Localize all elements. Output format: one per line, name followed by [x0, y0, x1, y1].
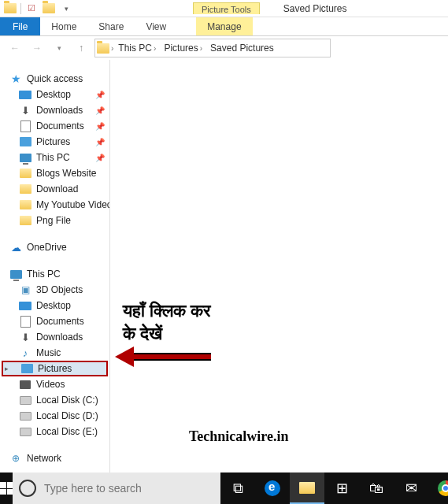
nav-recent-dropdown[interactable]: ▾ — [50, 39, 68, 57]
folder-icon — [19, 167, 31, 180]
start-button[interactable] — [0, 472, 13, 504]
edge-button[interactable] — [255, 472, 290, 504]
tree-label: This PC — [27, 269, 61, 280]
tree-label: Blogs Website — [36, 168, 96, 179]
tree-item-disk-c[interactable]: Local Disk (C:) — [0, 392, 109, 408]
tree-item-documents[interactable]: Documents📌 — [0, 118, 109, 134]
tree-label: This PC — [36, 152, 70, 163]
tree-item-disk-d[interactable]: Local Disc (D:) — [0, 408, 109, 424]
tree-item-music[interactable]: ♪Music — [0, 345, 109, 361]
chevron-right-icon[interactable]: › — [154, 44, 156, 53]
breadcrumb-label: Saved Pictures — [210, 43, 274, 54]
music-icon: ♪ — [19, 346, 31, 359]
tab-home[interactable]: Home — [40, 17, 87, 35]
documents-icon — [19, 315, 31, 328]
tree-item-pictures[interactable]: ▸Pictures — [2, 361, 108, 376]
context-tab-label: Picture Tools — [193, 2, 260, 14]
3d-icon: ▣ — [19, 284, 31, 296]
folder-icon — [19, 198, 31, 211]
content-pane[interactable]: यहाँ क्लिक कर के देखें Technicalwire.in — [110, 60, 448, 472]
tree-item-videos[interactable]: Videos — [0, 376, 109, 392]
mail-button[interactable]: ✉ — [394, 472, 428, 504]
folder-icon — [19, 214, 31, 227]
tree-item-downloads[interactable]: ⬇Downloads📌 — [0, 102, 109, 118]
qat-dropdown-icon[interactable]: ▾ — [59, 2, 73, 16]
tree-label: Pictures — [36, 136, 70, 147]
tree-thispc-root[interactable]: This PC — [0, 266, 109, 282]
chevron-right-icon[interactable]: › — [200, 44, 202, 53]
window-title: Saved Pictures — [283, 3, 347, 14]
tab-view[interactable]: View — [135, 17, 177, 35]
task-view-button[interactable]: ⧉ — [220, 472, 255, 504]
nav-up-button[interactable]: ↑ — [72, 39, 90, 57]
properties-icon[interactable]: ☑ — [24, 2, 39, 16]
folder-icon — [97, 42, 109, 54]
windows-icon — [0, 482, 13, 495]
tree-item-3dobjects[interactable]: ▣3D Objects — [0, 282, 109, 298]
explorer-button[interactable] — [290, 472, 324, 504]
tree-item-pictures[interactable]: Pictures📌 — [0, 134, 109, 150]
tree-network[interactable]: ⊕Network — [0, 450, 109, 466]
cloud-icon: ☁ — [9, 241, 22, 254]
tree-item-folder[interactable]: Png File — [0, 213, 109, 228]
pin-icon: 📌 — [95, 154, 105, 162]
network-icon: ⊕ — [9, 452, 22, 465]
tree-item-desktop[interactable]: Desktop📌 — [0, 87, 109, 102]
tree-item-desktop[interactable]: Desktop — [0, 298, 109, 313]
navigation-pane[interactable]: ★ Quick access Desktop📌 ⬇Downloads📌 Docu… — [0, 60, 110, 472]
pictures-icon — [20, 362, 33, 375]
store-button[interactable]: ⊞ — [324, 472, 359, 504]
search-input[interactable] — [44, 482, 214, 495]
tree-label: Downloads — [36, 332, 83, 343]
tree-item-documents[interactable]: Documents — [0, 313, 109, 329]
tree-label: Quick access — [27, 73, 83, 84]
tree-item-disk-e[interactable]: Local Disc (E:) — [0, 424, 109, 439]
ribbon-tabs: File Home Share View Manage — [0, 17, 448, 36]
cortana-icon — [19, 480, 36, 497]
tree-label: Png File — [36, 215, 71, 226]
tab-share[interactable]: Share — [87, 17, 135, 35]
new-folder-icon[interactable] — [42, 2, 56, 16]
folder-icon — [19, 183, 31, 195]
desktop-icon — [19, 88, 31, 101]
videos-icon — [19, 378, 31, 391]
breadcrumb-seg[interactable]: Saved Pictures — [207, 43, 277, 54]
folder-icon — [299, 482, 315, 494]
tree-item-folder[interactable]: Download — [0, 181, 109, 197]
taskbar-search[interactable] — [13, 472, 220, 504]
edge-icon — [265, 480, 280, 496]
address-bar[interactable]: › This PC› Pictures› Saved Pictures — [94, 39, 331, 57]
star-icon: ★ — [9, 72, 22, 85]
separator — [20, 3, 21, 14]
tree-item-folder[interactable]: Blogs Website — [0, 165, 109, 181]
breadcrumb-seg[interactable]: This PC› — [115, 43, 159, 54]
tab-file[interactable]: File — [0, 17, 40, 35]
nav-back-button[interactable]: ← — [6, 39, 24, 57]
documents-icon — [19, 120, 31, 132]
breadcrumb-seg[interactable]: Pictures› — [161, 43, 205, 54]
chevron-right-icon[interactable]: › — [111, 44, 113, 53]
desktop-icon — [19, 299, 31, 312]
tree-label: Documents — [36, 120, 84, 132]
breadcrumb-label: This PC — [118, 43, 152, 54]
tree-item-downloads[interactable]: ⬇Downloads — [0, 329, 109, 345]
store-bag-button[interactable]: 🛍 — [359, 472, 394, 504]
breadcrumb-label: Pictures — [164, 43, 198, 54]
folder-icon[interactable] — [3, 2, 17, 16]
annotation-text: यहाँ क्लिक कर के देखें — [123, 300, 211, 345]
tree-label: Download — [36, 183, 78, 195]
tree-item-folder[interactable]: My Youtube Videos — [0, 197, 109, 213]
chrome-button[interactable] — [428, 472, 448, 504]
tree-item-thispc[interactable]: This PC📌 — [0, 150, 109, 165]
tree-label: Videos — [36, 379, 65, 390]
tab-manage[interactable]: Manage — [196, 17, 252, 35]
annotation-line: के देखें — [123, 323, 211, 346]
chrome-icon — [438, 480, 448, 496]
tree-quick-access[interactable]: ★ Quick access — [0, 71, 109, 87]
taskbar: ⧉ ⊞ 🛍 ✉ — [0, 472, 448, 504]
nav-forward-button[interactable]: → — [28, 39, 46, 57]
tree-onedrive[interactable]: ☁OneDrive — [0, 239, 109, 255]
annotation-line: यहाँ क्लिक कर — [123, 300, 211, 323]
tree-label: Local Disc (D:) — [36, 410, 98, 421]
tree-label: Local Disk (C:) — [36, 395, 98, 406]
